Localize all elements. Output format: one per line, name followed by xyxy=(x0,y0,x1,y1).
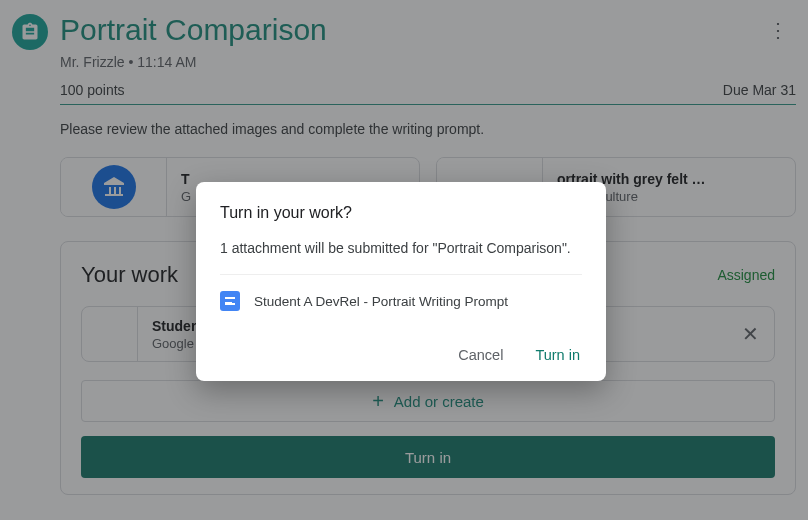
dialog-title: Turn in your work? xyxy=(220,204,582,222)
dialog-body: 1 attachment will be submitted for "Port… xyxy=(220,240,582,256)
cancel-button[interactable]: Cancel xyxy=(456,343,505,367)
confirm-turn-in-button[interactable]: Turn in xyxy=(533,343,582,367)
dialog-actions: Cancel Turn in xyxy=(220,343,582,367)
dialog-file-row: Student A DevRel - Portrait Writing Prom… xyxy=(220,274,582,319)
turn-in-dialog: Turn in your work? 1 attachment will be … xyxy=(196,182,606,381)
dialog-file-name: Student A DevRel - Portrait Writing Prom… xyxy=(254,294,508,309)
docs-icon xyxy=(220,291,240,311)
